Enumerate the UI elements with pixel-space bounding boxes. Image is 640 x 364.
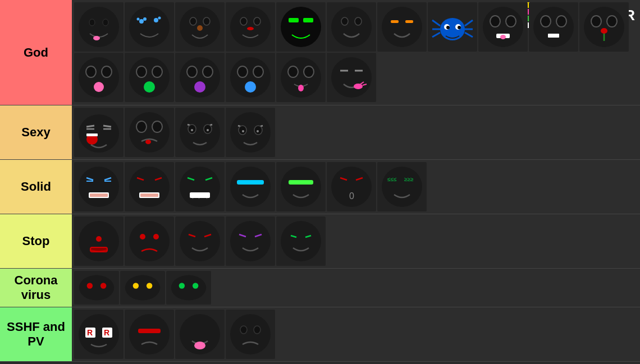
svg-rect-131 <box>237 180 264 185</box>
svg-point-94 <box>191 129 193 131</box>
svg-point-63 <box>187 66 197 77</box>
svg-point-55 <box>86 66 96 77</box>
svg-point-72 <box>304 66 314 77</box>
svg-point-65 <box>194 81 205 93</box>
svg-point-16 <box>254 17 260 25</box>
list-item <box>74 216 124 266</box>
svg-point-123 <box>180 167 220 207</box>
svg-point-11 <box>190 17 196 25</box>
list-item <box>175 310 225 359</box>
svg-point-0 <box>79 7 119 47</box>
svg-point-60 <box>152 66 162 77</box>
tier-row-god: God <box>0 0 640 105</box>
svg-rect-26 <box>405 20 413 23</box>
svg-point-61 <box>144 81 155 93</box>
svg-point-166 <box>79 314 119 354</box>
svg-point-145 <box>129 221 170 261</box>
tiermaker-container: TiERMAKER God <box>0 0 640 364</box>
svg-line-33 <box>465 33 473 37</box>
svg-point-148 <box>180 221 220 261</box>
svg-rect-46 <box>548 34 559 38</box>
list-item <box>276 53 326 102</box>
svg-rect-122 <box>140 193 158 197</box>
list-item <box>125 53 174 102</box>
svg-point-8 <box>154 18 158 22</box>
tier-row-stop: Stop <box>0 214 640 269</box>
list-item <box>74 53 124 102</box>
svg-line-28 <box>432 20 440 26</box>
tier-row-sshf: SSHF and PV R R <box>0 307 640 362</box>
svg-point-90 <box>145 140 151 144</box>
svg-point-162 <box>147 283 152 288</box>
list-item <box>175 162 225 211</box>
svg-point-165 <box>193 283 198 288</box>
tier-row-corona: Corona virus <box>0 269 640 307</box>
svg-point-147 <box>153 234 159 239</box>
svg-point-44 <box>541 16 551 27</box>
svg-text:≤≤≤: ≤≤≤ <box>387 176 397 182</box>
svg-point-154 <box>281 221 321 261</box>
svg-point-160 <box>125 275 160 300</box>
svg-point-45 <box>556 16 566 27</box>
list-item <box>579 2 629 52</box>
svg-point-100 <box>239 126 246 135</box>
svg-rect-25 <box>391 20 399 23</box>
svg-point-101 <box>242 130 244 132</box>
list-item <box>125 2 174 52</box>
svg-point-22 <box>341 17 348 25</box>
list-item <box>377 2 427 52</box>
svg-text:R: R <box>104 328 109 337</box>
tier-items-sshf: R R <box>72 307 640 361</box>
svg-point-177 <box>254 326 260 334</box>
svg-rect-20 <box>303 18 313 22</box>
svg-point-49 <box>584 7 624 47</box>
svg-point-132 <box>281 167 321 207</box>
list-item <box>478 2 528 52</box>
svg-point-161 <box>133 283 139 288</box>
list-item <box>175 216 225 266</box>
tier-row-sexy: Sexy <box>0 105 640 160</box>
svg-point-51 <box>607 16 617 27</box>
svg-point-9 <box>158 17 161 20</box>
svg-rect-19 <box>289 18 299 22</box>
svg-rect-172 <box>138 329 161 333</box>
list-item: 0 <box>327 162 376 211</box>
svg-point-68 <box>253 66 263 77</box>
tier-label-stop: Stop <box>0 214 72 268</box>
svg-point-77 <box>354 84 363 89</box>
list-item <box>125 310 174 359</box>
list-item <box>327 2 376 52</box>
list-item <box>74 271 119 305</box>
svg-point-23 <box>355 17 362 25</box>
list-item <box>276 2 326 52</box>
list-item <box>166 271 211 305</box>
tier-label-sshf: SSHF and PV <box>0 307 72 361</box>
svg-point-97 <box>207 129 209 131</box>
svg-point-157 <box>79 275 114 300</box>
list-item <box>276 162 326 211</box>
list-item <box>226 310 275 359</box>
svg-point-56 <box>102 66 112 77</box>
list-item <box>125 216 174 266</box>
svg-point-176 <box>240 326 247 334</box>
list-item <box>175 2 225 52</box>
svg-point-67 <box>237 66 248 77</box>
svg-rect-133 <box>289 180 313 185</box>
svg-point-27 <box>440 18 465 40</box>
svg-point-171 <box>129 314 170 354</box>
svg-point-146 <box>140 234 145 239</box>
svg-point-98 <box>230 112 271 153</box>
svg-point-130 <box>230 167 271 207</box>
list-item <box>226 108 275 157</box>
svg-point-36 <box>446 26 450 29</box>
svg-text:≥≥≥: ≥≥≥ <box>404 176 414 182</box>
svg-point-105 <box>79 167 119 207</box>
tier-items-corona <box>72 269 640 307</box>
svg-point-134 <box>331 167 372 207</box>
tier-label-solid: Solid <box>0 160 72 214</box>
svg-point-21 <box>331 7 372 47</box>
svg-point-71 <box>288 66 298 77</box>
svg-point-70 <box>281 57 321 98</box>
svg-point-6 <box>143 17 147 21</box>
list-item <box>125 108 174 157</box>
